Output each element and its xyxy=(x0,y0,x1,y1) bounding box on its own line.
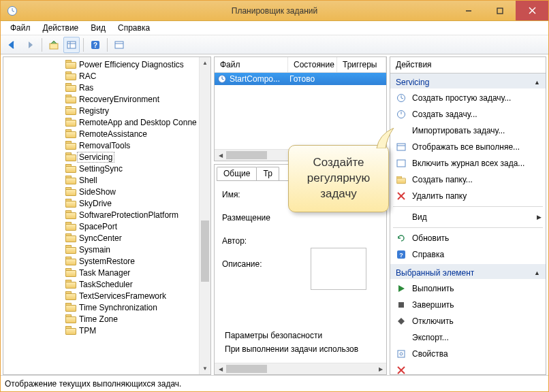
folder-icon xyxy=(65,141,76,150)
security-sub: При выполнении задачи использов xyxy=(222,344,379,354)
action-import-task[interactable]: Импортировать задачу... xyxy=(390,122,546,139)
tree-item[interactable]: TPM xyxy=(3,325,210,336)
menu-help[interactable]: Справка xyxy=(112,22,155,34)
tree-item[interactable]: RemovalTools xyxy=(3,140,210,151)
task-row[interactable]: StartCompo... Готово xyxy=(215,73,386,85)
refresh-button[interactable] xyxy=(111,37,127,53)
action-new-folder[interactable]: Создать папку... xyxy=(390,172,546,188)
properties-icon xyxy=(396,348,407,359)
tree-item[interactable]: Servicing xyxy=(3,151,210,163)
folder-icon xyxy=(65,303,76,312)
action-show-running[interactable]: Отображать все выполняе... xyxy=(390,139,546,155)
action-properties[interactable]: Свойства xyxy=(390,346,546,362)
tree-item[interactable]: Shell xyxy=(3,174,210,186)
menu-view[interactable]: Вид xyxy=(85,22,111,34)
list-view-button[interactable] xyxy=(63,37,80,53)
tree-item[interactable]: RecoveryEnvironment xyxy=(3,93,210,105)
tree-item[interactable]: Time Synchronization xyxy=(3,301,210,313)
task-state: Готово xyxy=(289,74,315,84)
scroll-down-icon[interactable]: ▼ xyxy=(200,363,210,374)
stop-icon xyxy=(396,299,407,310)
tree-item[interactable]: Ras xyxy=(3,82,210,93)
col-triggers[interactable]: Триггеры xyxy=(337,57,386,72)
up-button[interactable] xyxy=(46,37,62,53)
action-enable-history[interactable]: Включить журнал всех зада... xyxy=(390,155,546,172)
help-button[interactable]: ? xyxy=(87,37,104,53)
tree-label: Shell xyxy=(79,176,97,185)
action-label: Завершить xyxy=(412,300,542,310)
scroll-left-icon[interactable]: ◀ xyxy=(215,150,226,161)
tree-item[interactable]: RAC xyxy=(3,70,210,82)
tree-scrollbar[interactable]: ▲ ▼ xyxy=(199,57,210,374)
svg-text:?: ? xyxy=(399,252,403,259)
action-label: Включить журнал всех зада... xyxy=(412,159,542,168)
description-textbox[interactable] xyxy=(311,248,366,290)
tree-item[interactable]: TaskScheduler xyxy=(3,278,210,290)
detail-scrollbar-h[interactable]: ◀ ▶ xyxy=(215,363,386,374)
action-delete-folder[interactable]: Удалить папку xyxy=(390,188,546,204)
collapse-icon: ▲ xyxy=(534,79,540,86)
tree-item[interactable]: Power Efficiency Diagnostics xyxy=(3,59,210,70)
action-refresh[interactable]: Обновить xyxy=(390,230,546,246)
tab-general[interactable]: Общие xyxy=(217,167,257,180)
delete-icon xyxy=(396,365,407,374)
name-label: Имя: xyxy=(222,190,240,199)
action-label: Обновить xyxy=(412,233,542,243)
action-label: Создать задачу... xyxy=(412,110,542,119)
svg-rect-7 xyxy=(50,44,58,49)
scrollbar-thumb[interactable] xyxy=(201,220,209,282)
action-label: Справка xyxy=(412,250,542,259)
tree-scroll[interactable]: Power Efficiency DiagnosticsRACRasRecove… xyxy=(3,57,210,374)
tab-triggers[interactable]: Тр xyxy=(256,167,279,180)
action-view[interactable]: Вид ▶ xyxy=(390,209,546,225)
action-run[interactable]: Выполнить xyxy=(390,280,546,297)
action-delete-selected[interactable] xyxy=(390,362,546,374)
tree-item[interactable]: Task Manager xyxy=(3,267,210,278)
minimize-button[interactable] xyxy=(453,1,484,20)
tree-item[interactable]: SpacePort xyxy=(3,220,210,232)
tree-item[interactable]: SoftwareProtectionPlatform xyxy=(3,209,210,220)
action-create-basic-task[interactable]: Создать простую задачу... xyxy=(390,90,546,106)
action-help[interactable]: ? Справка xyxy=(390,246,546,263)
folder-icon xyxy=(65,314,76,323)
tree-label: SkyDrive xyxy=(79,199,112,208)
wizard-icon xyxy=(396,93,407,103)
forward-button[interactable] xyxy=(22,37,38,53)
action-export[interactable]: Экспорт... xyxy=(390,329,546,346)
tree-item[interactable]: SystemRestore xyxy=(3,255,210,267)
action-label: Импортировать задачу... xyxy=(412,126,542,135)
tree-item[interactable]: RemoteAssistance xyxy=(3,128,210,140)
back-button[interactable] xyxy=(4,37,20,53)
tree-item[interactable]: Registry xyxy=(3,105,210,116)
menu-action[interactable]: Действие xyxy=(37,22,84,34)
tree-item[interactable]: SettingSync xyxy=(3,163,210,174)
toolbar-sep xyxy=(42,38,42,52)
scrollbar-thumb-h[interactable] xyxy=(226,151,267,159)
close-button[interactable] xyxy=(516,1,548,20)
tree-item[interactable]: SyncCenter xyxy=(3,232,210,244)
action-create-task[interactable]: Создать задачу... xyxy=(390,106,546,122)
actions-group-selected[interactable]: Выбранный элемент ▲ xyxy=(390,264,546,279)
action-end[interactable]: Завершить xyxy=(390,297,546,313)
folder-icon xyxy=(65,291,76,300)
folder-icon xyxy=(65,210,76,219)
col-file[interactable]: Файл xyxy=(215,57,288,72)
action-label: Создать папку... xyxy=(412,175,542,184)
tree-item[interactable]: Sysmain xyxy=(3,244,210,255)
tree-item[interactable]: SideShow xyxy=(3,186,210,197)
menu-file[interactable]: Файл xyxy=(5,22,36,34)
action-disable[interactable]: Отключить xyxy=(390,313,546,329)
tree-item[interactable]: Time Zone xyxy=(3,313,210,325)
toolbar-sep-2 xyxy=(83,38,84,52)
actions-group-servicing[interactable]: Servicing ▲ xyxy=(390,74,546,88)
tree-item[interactable]: SkyDrive xyxy=(3,197,210,209)
scroll-right-icon[interactable]: ▶ xyxy=(375,363,386,374)
scrollbar-thumb-h[interactable] xyxy=(226,365,267,373)
tree-item[interactable]: RemoteApp and Desktop Conne xyxy=(3,116,210,128)
folder-icon xyxy=(65,280,76,289)
maximize-button[interactable] xyxy=(484,1,516,20)
col-state[interactable]: Состояние xyxy=(288,57,337,72)
scroll-left-icon[interactable]: ◀ xyxy=(215,363,226,374)
scroll-up-icon[interactable]: ▲ xyxy=(200,57,210,69)
tree-item[interactable]: TextServicesFramework xyxy=(3,290,210,301)
